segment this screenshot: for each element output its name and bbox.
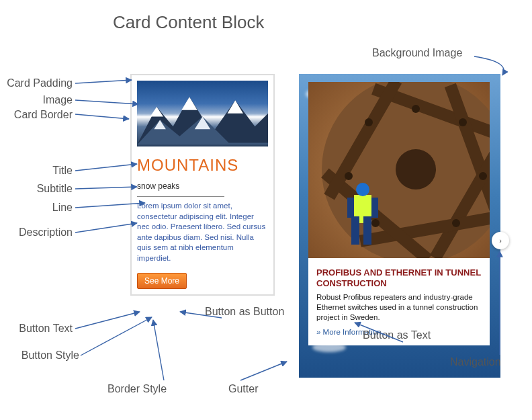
- svg-point-25: [356, 183, 369, 196]
- card-image: [308, 82, 490, 258]
- carousel-next-button[interactable]: ›: [492, 232, 509, 249]
- svg-rect-24: [363, 216, 371, 245]
- svg-point-16: [459, 118, 467, 126]
- mountains-illustration: [137, 81, 268, 145]
- svg-marker-3: [228, 100, 243, 113]
- label-gutter: Gutter: [228, 383, 258, 395]
- card-divider: [137, 196, 224, 197]
- svg-point-14: [396, 149, 436, 190]
- tunnel-machine-illustration: [308, 82, 490, 258]
- label-button-as-button: Button as Button: [205, 306, 284, 318]
- label-card-padding: Card Padding: [5, 77, 73, 89]
- svg-marker-2: [181, 97, 197, 110]
- example-card-left: MOUNTAINS snow peaks Lorem ipsum dolor s…: [130, 74, 275, 296]
- svg-point-18: [479, 172, 487, 180]
- label-card-border: Card Border: [0, 109, 73, 121]
- label-title: Title: [5, 165, 73, 177]
- card-title: PROFIBUS AND ETHERNET IN TUNNEL CONSTRUC…: [316, 267, 482, 288]
- svg-rect-26: [347, 198, 354, 218]
- card-description: Lorem ipsum dolor sit amet, consectetur …: [137, 201, 268, 263]
- svg-point-20: [452, 219, 460, 227]
- label-navigation: Navigation: [450, 356, 501, 368]
- svg-marker-1: [150, 107, 163, 117]
- label-image: Image: [5, 94, 73, 106]
- label-button-text: Button Text: [5, 323, 73, 335]
- label-background-image: Background Image: [372, 47, 462, 59]
- label-border-style: Border Style: [107, 383, 167, 395]
- label-description: Description: [5, 226, 73, 239]
- label-button-style: Button Style: [5, 349, 79, 362]
- card-subtitle: snow peaks: [137, 181, 268, 191]
- see-more-button[interactable]: See More: [137, 273, 187, 289]
- label-button-as-text: Button as Text: [363, 329, 431, 341]
- card-image: [137, 81, 268, 146]
- card-title: MOUNTAINS: [137, 156, 268, 175]
- svg-rect-23: [351, 216, 359, 245]
- svg-point-21: [412, 105, 420, 113]
- svg-point-17: [345, 172, 353, 180]
- label-line: Line: [5, 202, 73, 214]
- svg-point-19: [371, 219, 380, 227]
- svg-point-15: [365, 118, 373, 126]
- card-description: Robust Profibus repeaters and industry-g…: [316, 292, 482, 323]
- label-subtitle: Subtitle: [5, 183, 73, 195]
- page-title: Card Content Block: [113, 12, 264, 33]
- svg-rect-27: [371, 198, 378, 218]
